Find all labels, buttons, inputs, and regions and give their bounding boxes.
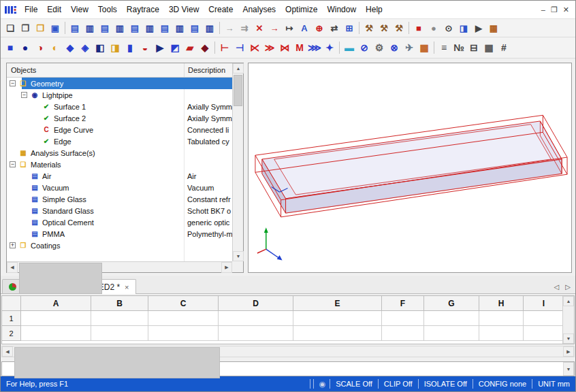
create-lens-icon[interactable]: ◐ (48, 40, 63, 55)
create-plane-icon[interactable]: ■ (3, 40, 18, 55)
list-view-icon[interactable]: ≡ (436, 40, 451, 55)
script-icon-5[interactable]: ▤ (127, 20, 142, 35)
chart-grid-icon[interactable]: ▦ (417, 40, 432, 55)
viewport-canvas[interactable] (249, 63, 571, 272)
analysis-rect-icon[interactable]: ▬ (342, 40, 357, 55)
scroll-track[interactable] (233, 74, 243, 251)
menu-edit[interactable]: Edit (42, 3, 66, 16)
sheet-vertical-scrollbar[interactable]: ▲ ▼ (562, 296, 574, 344)
expand-icon[interactable]: + (10, 242, 16, 248)
cell-i2[interactable] (524, 326, 562, 341)
column-header-e[interactable]: E (293, 296, 382, 311)
menu-file[interactable]: File (20, 3, 42, 16)
scroll-left-icon[interactable]: ◀ (2, 346, 13, 357)
cell-g1[interactable] (424, 311, 479, 326)
column-header-a[interactable]: A (21, 296, 91, 311)
row-header-1[interactable]: 1 (2, 311, 21, 326)
autodraw-trace-icon[interactable]: A (297, 20, 312, 35)
ray-scatter-icon[interactable]: ⋉ (247, 40, 262, 55)
tool-hammer-2-icon[interactable]: ⚒ (377, 20, 391, 35)
scroll-down-icon[interactable]: ▼ (563, 333, 574, 344)
script-icon-10[interactable]: ▥ (202, 20, 217, 35)
script-icon-7[interactable]: ▤ (157, 20, 172, 35)
tree-row[interactable]: −◉Lightpipe (7, 89, 232, 101)
ray-split-icon[interactable]: ≫ (262, 40, 277, 55)
scroll-right-icon[interactable]: ▶ (563, 346, 574, 357)
close-icon[interactable]: × (125, 283, 129, 291)
column-header-h[interactable]: H (479, 296, 524, 311)
paper-plane-icon[interactable]: ✈ (402, 40, 417, 55)
delete-rays-icon[interactable]: ✕ (252, 20, 267, 35)
settings-gear-icon[interactable]: ⚙ (372, 40, 387, 55)
create-polygon-icon[interactable]: ◈ (78, 40, 93, 55)
script-icon-1[interactable]: ▤ (67, 20, 82, 35)
cell-h2[interactable] (479, 326, 524, 341)
cell-c1[interactable] (148, 311, 219, 326)
close-button[interactable]: ✕ (563, 5, 569, 14)
create-wedge-icon[interactable]: ◆ (197, 40, 212, 55)
cell-g2[interactable] (424, 326, 479, 341)
script-icon-3[interactable]: ▤ (97, 20, 112, 35)
tree-row[interactable]: −❑Materials (7, 159, 232, 170)
create-hexagon-icon[interactable]: ◆ (63, 40, 78, 55)
cell-c2[interactable] (148, 326, 219, 341)
scroll-track[interactable] (18, 262, 221, 272)
script-icon-6[interactable]: ▥ (142, 20, 157, 35)
trace-all-rays-icon[interactable]: → (222, 20, 237, 35)
collapse-icon[interactable]: − (21, 92, 27, 98)
column-header-i[interactable]: I (524, 296, 562, 311)
tree-row[interactable]: ▤Optical Cementgeneric optic (7, 216, 232, 228)
cell-d1[interactable] (219, 311, 293, 326)
tree-row[interactable]: ▤Simple GlassConstant refr (7, 193, 232, 205)
scroll-track[interactable] (13, 346, 563, 357)
scroll-left-icon[interactable]: ◀ (7, 262, 18, 273)
tree-row[interactable]: ▤AirAir (7, 170, 232, 182)
column-header-c[interactable]: C (148, 296, 219, 311)
menu-analyses[interactable]: Analyses (238, 3, 281, 16)
new-file-icon[interactable]: ❏ (3, 20, 18, 35)
abort-icon[interactable]: ■ (411, 20, 426, 35)
tree-row[interactable]: ▤PMMAPolymethyl-m (7, 228, 232, 240)
restore-button[interactable]: ❐ (551, 5, 558, 14)
collapse-icon[interactable]: − (10, 80, 16, 86)
tree-row[interactable]: ▤VacuumVacuum (7, 182, 232, 193)
tree-row[interactable]: ▤Standard GlassSchott BK7 o (7, 205, 232, 216)
report-icon[interactable]: ◨ (456, 20, 471, 35)
analysis-ellipse-icon[interactable]: ⊘ (357, 40, 372, 55)
script-icon-8[interactable]: ▥ (172, 20, 187, 35)
render-sphere-icon[interactable]: ● (426, 20, 441, 35)
grid-trace-icon[interactable]: ⊞ (342, 20, 357, 35)
menu-3d-view[interactable]: 3D View (164, 3, 204, 16)
column-header-f[interactable]: F (382, 296, 424, 311)
tree-row[interactable]: ✔EdgeTabulated cy (7, 135, 232, 147)
scroll-up-icon[interactable]: ▲ (233, 63, 244, 74)
polarization-icon[interactable]: ✦ (322, 40, 337, 55)
minimize-button[interactable]: – (541, 5, 545, 14)
scroll-right-icon[interactable]: ▶ (221, 262, 232, 273)
tree-row[interactable]: ▦Analysis Surface(s) (7, 147, 232, 159)
add-source-icon[interactable]: ⊕ (312, 20, 327, 35)
viewport-3d[interactable] (248, 63, 572, 273)
scroll-up-icon[interactable]: ▲ (563, 296, 574, 306)
trace-new-rays-icon[interactable]: → (267, 20, 282, 35)
zoom-icon[interactable]: ⊙ (441, 20, 456, 35)
create-arrow-icon[interactable]: ▶ (153, 40, 167, 55)
grid-view-icon[interactable]: ▦ (486, 20, 501, 35)
cell-b1[interactable] (91, 311, 148, 326)
tree-row[interactable]: CEdge CurveConnected li (7, 124, 232, 135)
tree-row[interactable]: −❑Geometry (7, 78, 232, 89)
monte-carlo-icon[interactable]: M (292, 40, 307, 55)
menu-window[interactable]: Window (322, 3, 361, 16)
column-header-d[interactable]: D (219, 296, 293, 311)
column-header-objects[interactable]: Objects (7, 63, 184, 77)
sheet-corner[interactable] (2, 296, 21, 311)
cell-f2[interactable] (382, 326, 424, 341)
menu-tools[interactable]: Tools (93, 3, 122, 16)
cell-e2[interactable] (293, 326, 382, 341)
ray-cross-icon[interactable]: ⋈ (277, 40, 292, 55)
lightpipe-object[interactable] (255, 115, 567, 217)
numbered-list-icon[interactable]: № (451, 40, 466, 55)
tab-scroll-left-icon[interactable]: ◁ (554, 283, 560, 291)
hash-grid-icon[interactable]: # (496, 40, 511, 55)
advance-rays-icon[interactable]: ↦ (282, 20, 297, 35)
